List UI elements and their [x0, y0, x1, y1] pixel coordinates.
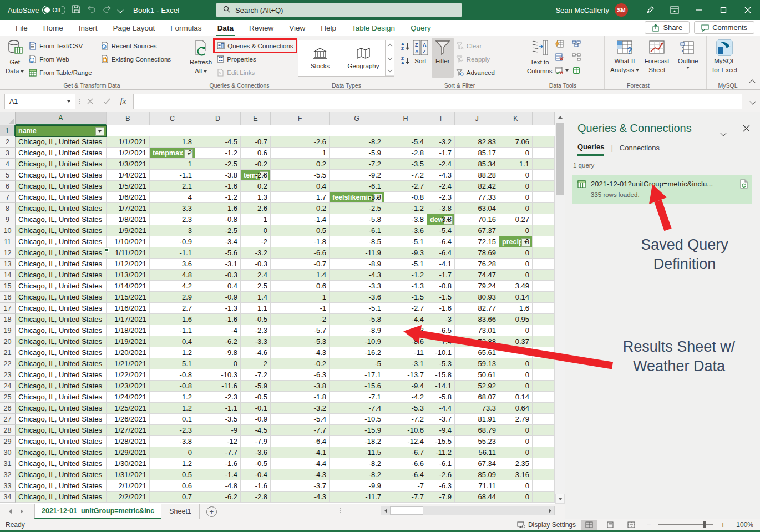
user-name[interactable]: Sean McCafferty: [555, 6, 609, 14]
cell[interactable]: -5.5: [271, 170, 330, 181]
cell[interactable]: 0: [499, 181, 533, 192]
view-page-layout-button[interactable]: [602, 520, 618, 530]
cell[interactable]: -11.9: [330, 247, 384, 259]
row-header-3[interactable]: 3: [0, 148, 16, 159]
column-header-F[interactable]: F: [271, 112, 330, 125]
cell[interactable]: -11.7: [330, 492, 384, 503]
cell[interactable]: 0: [499, 492, 533, 503]
cell[interactable]: 85.09: [455, 469, 499, 480]
from-table-range-button[interactable]: From Table/Range: [27, 67, 94, 78]
tab-query[interactable]: Query: [403, 21, 439, 35]
cell[interactable]: -2.7: [384, 303, 427, 314]
avatar[interactable]: SM: [615, 3, 628, 17]
cell[interactable]: -0.3: [241, 259, 271, 270]
data-model-icon[interactable]: [572, 67, 581, 77]
cell[interactable]: Chicago, IL, United States: [16, 369, 107, 381]
cell[interactable]: 0: [499, 270, 533, 281]
cell[interactable]: -6.1: [427, 458, 455, 469]
cell[interactable]: [533, 436, 555, 447]
cell[interactable]: 1/29/2021: [107, 447, 150, 458]
cell[interactable]: -6.4: [384, 469, 427, 480]
cell[interactable]: -11.5: [330, 447, 384, 458]
cell[interactable]: 67.34: [455, 458, 499, 469]
save-icon[interactable]: [72, 5, 80, 15]
cell[interactable]: 1/21/2021: [107, 358, 150, 369]
cell[interactable]: 74.47: [455, 270, 499, 281]
cell[interactable]: Chicago, IL, United States: [16, 214, 107, 225]
cell[interactable]: [533, 403, 555, 414]
cell[interactable]: -1: [271, 303, 330, 314]
cell[interactable]: Chicago, IL, United States: [16, 325, 107, 336]
cell[interactable]: [533, 336, 555, 347]
cell[interactable]: 68.79: [455, 425, 499, 436]
cell[interactable]: Chicago, IL, United States: [16, 480, 107, 492]
cell[interactable]: -1.1: [150, 325, 195, 336]
cell[interactable]: 2: [241, 358, 271, 369]
cell[interactable]: Chicago, IL, United States: [16, 381, 107, 392]
from-web-button[interactable]: From Web: [27, 53, 94, 65]
cell[interactable]: 1.3: [241, 192, 271, 203]
pane-close-icon[interactable]: [743, 124, 750, 134]
cell[interactable]: -0.7: [241, 136, 271, 148]
cell[interactable]: 0.64: [499, 403, 533, 414]
cell[interactable]: 56.11: [455, 447, 499, 458]
cell[interactable]: -0.9: [241, 414, 271, 425]
cell[interactable]: -2.8: [241, 492, 271, 503]
cell[interactable]: -1.2: [195, 148, 241, 159]
cell[interactable]: 65.61: [455, 347, 499, 358]
cell[interactable]: 1.1: [241, 303, 271, 314]
cell[interactable]: 1/10/2021: [107, 236, 150, 247]
row-header-8[interactable]: 8: [0, 203, 16, 214]
cell[interactable]: -10.5: [330, 414, 384, 425]
cell[interactable]: -0.5: [241, 314, 271, 325]
cell[interactable]: -2.6: [271, 136, 330, 148]
cell[interactable]: [533, 270, 555, 281]
cell[interactable]: -15.6: [330, 381, 384, 392]
share-button[interactable]: Share: [645, 21, 690, 34]
cell[interactable]: 50.61: [455, 369, 499, 381]
cell[interactable]: -1.2: [384, 270, 427, 281]
cell[interactable]: 1/1/2021: [107, 136, 150, 148]
row-header-34[interactable]: 34: [0, 492, 16, 503]
cell[interactable]: 4: [150, 192, 195, 203]
cell[interactable]: -3.1: [384, 358, 427, 369]
cell[interactable]: 55.23: [455, 436, 499, 447]
cell[interactable]: 88.28: [455, 170, 499, 181]
cell[interactable]: 1/3/2021: [107, 159, 150, 170]
cell[interactable]: -5.6: [195, 247, 241, 259]
cell[interactable]: [533, 369, 555, 381]
cell[interactable]: 76.28: [455, 259, 499, 270]
cell[interactable]: 0.14: [499, 392, 533, 403]
cell[interactable]: -7: [384, 480, 427, 492]
cell[interactable]: -5.7: [271, 325, 330, 336]
cell[interactable]: -3.1: [195, 259, 241, 270]
cell[interactable]: 4.2: [150, 281, 195, 292]
cell[interactable]: -11: [384, 347, 427, 358]
row-header-26[interactable]: 26: [0, 403, 16, 414]
cell[interactable]: -3.3: [241, 336, 271, 347]
cell[interactable]: 2.79: [499, 414, 533, 425]
cell[interactable]: 1/20/2021: [107, 347, 150, 358]
tab-file[interactable]: File: [8, 21, 36, 35]
column-header-J[interactable]: J: [455, 112, 499, 125]
cell[interactable]: -7.7: [271, 425, 330, 436]
cell[interactable]: -10.3: [195, 369, 241, 381]
cell[interactable]: -0.8: [195, 214, 241, 225]
row-header-12[interactable]: 12: [0, 247, 16, 259]
cell[interactable]: -3.8: [150, 436, 195, 447]
what-if-analysis-button[interactable]: ? What-If Analysis: [607, 38, 642, 75]
cell[interactable]: Chicago, IL, United States: [16, 414, 107, 425]
cell[interactable]: 1.2: [150, 403, 195, 414]
cell[interactable]: 1/7/2021: [107, 203, 150, 214]
table-header-cell[interactable]: name: [16, 125, 107, 136]
cell[interactable]: -2.4: [427, 159, 455, 170]
cell[interactable]: -9.4: [384, 381, 427, 392]
cell[interactable]: -4.3: [271, 492, 330, 503]
cell[interactable]: 1/11/2021: [107, 247, 150, 259]
cell[interactable]: 2.6: [241, 203, 271, 214]
cell[interactable]: 1.2: [150, 347, 195, 358]
tab-home[interactable]: Home: [36, 21, 71, 35]
row-header-17[interactable]: 17: [0, 303, 16, 314]
cell[interactable]: -11.2: [427, 447, 455, 458]
cell[interactable]: 1/6/2021: [107, 192, 150, 203]
